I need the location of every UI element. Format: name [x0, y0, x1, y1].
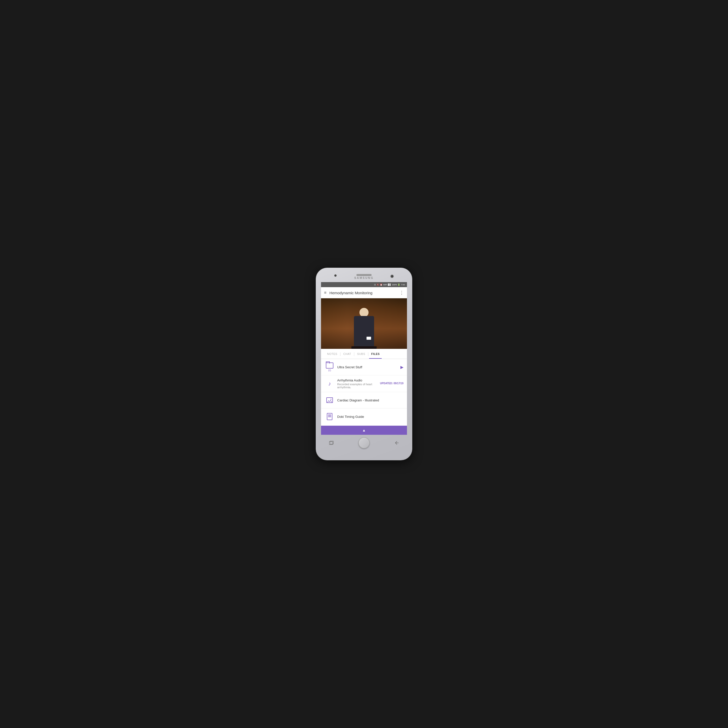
battery-pct: 100% [392, 284, 397, 286]
battery-icon: 🔋 [398, 284, 400, 286]
cast-icon: ⊡ [374, 284, 376, 286]
alarm-icon: ⏰ [380, 284, 382, 286]
files-list: (2) Ultra Secret Stuff ▶ ♪ Arrhythmia Au… [321, 359, 407, 426]
back-button[interactable] [393, 440, 399, 446]
mute-icon: 🔇 [377, 284, 379, 286]
list-item[interactable]: (2) Ultra Secret Stuff ▶ [321, 359, 407, 375]
tab-separator-3: | [368, 352, 369, 356]
file-description: Recorded examples of heart arrhythmia. [337, 383, 380, 389]
document-icon [327, 413, 332, 420]
app-bar: ≡ Hemodynamic Monitoring ⋮ [321, 287, 407, 298]
tab-subs[interactable]: SUBS [355, 349, 367, 359]
file-right: UPDATED: 09/17/19 [380, 382, 404, 385]
audio-icon-wrap: ♪ [324, 379, 335, 389]
app-title: Hemodynamic Monitoring [329, 291, 399, 295]
image-mountain [327, 400, 332, 402]
image-sun [330, 399, 332, 400]
folder-icon [326, 362, 333, 369]
status-bar: ⊡ 🔇 ⏰ WiFi ▋▋ 100% 🔋 7:00 [321, 282, 407, 287]
file-updated-badge: UPDATED: 09/17/19 [380, 382, 404, 385]
phone-screen: ⊡ 🔇 ⏰ WiFi ▋▋ 100% 🔋 7:00 ≡ Hemodynamic … [321, 282, 407, 435]
file-info: Ultra Secret Stuff [337, 365, 401, 369]
speaker-body [354, 316, 374, 349]
home-button[interactable] [358, 437, 370, 448]
recent-apps-button[interactable] [329, 440, 335, 446]
image-icon-wrap [324, 395, 335, 405]
phone-device: SAMSUNG ⊡ 🔇 ⏰ WiFi ▋▋ 100% 🔋 7:00 ≡ Hemo… [316, 268, 412, 460]
earpiece [356, 274, 372, 276]
file-name: Ultra Secret Stuff [337, 365, 401, 369]
music-note-icon: ♪ [328, 381, 331, 387]
up-arrow-icon: ▲ [362, 428, 366, 432]
tabs-bar: NOTES | CHAT | SUBS | FILES [321, 349, 407, 359]
file-name: Cardiac Diagram - Illustrated [337, 398, 404, 402]
signal-icon: ▋▋ [388, 284, 391, 286]
hamburger-menu-icon[interactable]: ≡ [324, 291, 326, 295]
clock: 7:00 [401, 284, 405, 286]
speaker-name-tag [367, 337, 371, 340]
doc-icon-wrap [324, 411, 335, 422]
list-item[interactable]: ♪ Arrhythmia Audio Recorded examples of … [321, 375, 407, 392]
tab-notes[interactable]: NOTES [325, 349, 339, 359]
chevron-right-icon: ▶ [401, 365, 404, 370]
video-player[interactable] [321, 298, 407, 349]
phone-bottom-bezel [318, 436, 410, 450]
front-camera [390, 275, 394, 278]
bottom-action-bar[interactable]: ▲ [321, 426, 407, 435]
status-icons: ⊡ 🔇 ⏰ WiFi ▋▋ 100% 🔋 7:00 [374, 284, 405, 286]
wifi-icon: WiFi [383, 284, 387, 286]
file-info: Cardiac Diagram - Illustrated [337, 398, 404, 402]
folder-count: (2) [328, 369, 331, 372]
tab-separator-2: | [353, 352, 355, 356]
phone-top-bezel: SAMSUNG [318, 271, 410, 281]
front-camera-small [334, 274, 337, 277]
podium [351, 346, 377, 349]
image-file-icon [326, 398, 333, 403]
list-item[interactable]: Doki Timing Guide [321, 408, 407, 425]
tab-files[interactable]: FILES [369, 349, 382, 359]
file-name: Arrhythmia Audio [337, 378, 380, 382]
file-right: ▶ [401, 365, 404, 370]
more-options-icon[interactable]: ⋮ [399, 290, 404, 295]
tab-separator-1: | [340, 352, 341, 356]
video-speaker-figure [346, 303, 382, 349]
list-item[interactable]: Cardiac Diagram - Illustrated [321, 392, 407, 408]
file-info: Arrhythmia Audio Recorded examples of he… [337, 378, 380, 389]
tab-chat[interactable]: CHAT [341, 349, 353, 359]
folder-icon-wrap: (2) [324, 362, 335, 372]
file-name: Doki Timing Guide [337, 415, 404, 419]
phone-brand: SAMSUNG [354, 276, 373, 279]
file-info: Doki Timing Guide [337, 415, 404, 419]
